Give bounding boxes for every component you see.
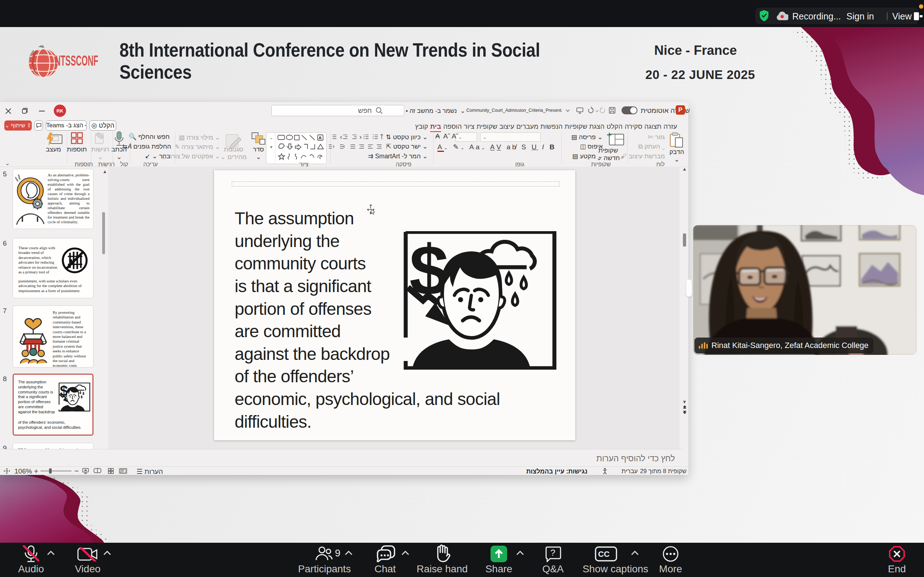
svg-text:?: ?: [551, 548, 555, 558]
svg-text:CC: CC: [598, 550, 610, 559]
svg-text:A: A: [319, 135, 321, 140]
